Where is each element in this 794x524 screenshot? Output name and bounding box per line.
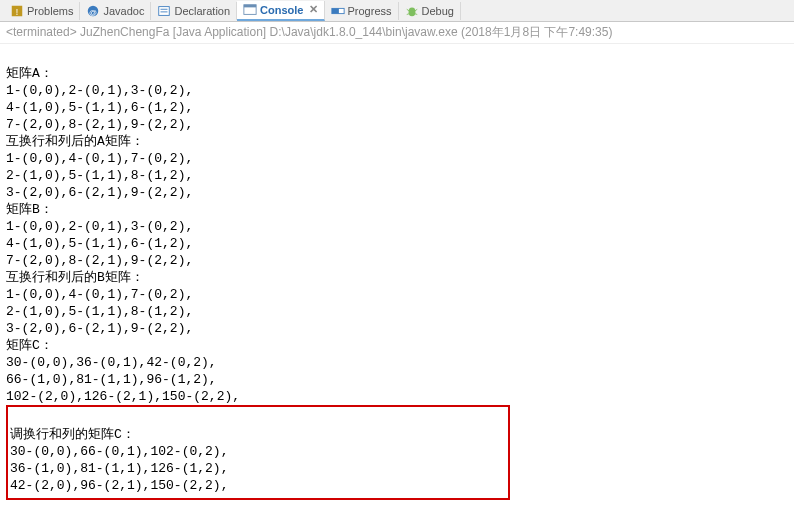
console-line: 30-(0,0),66-(0,1),102-(0,2),: [10, 444, 228, 459]
console-line: 42-(2,0),96-(2,1),150-(2,2),: [10, 478, 228, 493]
console-line: 7-(2,0),8-(2,1),9-(2,2),: [6, 253, 193, 268]
debug-icon: [405, 4, 419, 18]
svg-line-14: [406, 13, 409, 14]
tab-debug[interactable]: Debug: [399, 2, 461, 20]
console-line: 互换行和列后的B矩阵：: [6, 270, 144, 285]
console-icon: [243, 3, 257, 17]
highlight-box: 调换行和列的矩阵C： 30-(0,0),66-(0,1),102-(0,2), …: [6, 405, 510, 500]
console-output[interactable]: 矩阵A： 1-(0,0),2-(0,1),3-(0,2), 4-(1,0),5-…: [0, 44, 794, 504]
console-line: 矩阵B：: [6, 202, 53, 217]
tab-label: Declaration: [174, 5, 230, 17]
run-timestamp: (2018年1月8日 下午7:49:35): [461, 25, 612, 39]
javadoc-icon: @: [86, 4, 100, 18]
svg-text:@: @: [89, 7, 97, 16]
console-line: 7-(2,0),8-(2,1),9-(2,2),: [6, 117, 193, 132]
view-tab-bar: ! Problems @ Javadoc Declaration Console…: [0, 0, 794, 22]
console-line: 调换行和列的矩阵C：: [10, 427, 135, 442]
console-line: 矩阵C：: [6, 338, 53, 353]
console-line: 1-(0,0),2-(0,1),3-(0,2),: [6, 219, 193, 234]
console-line: 30-(0,0),36-(0,1),42-(0,2),: [6, 355, 217, 370]
tab-declaration[interactable]: Declaration: [151, 2, 237, 20]
console-line: 互换行和列后的A矩阵：: [6, 134, 144, 149]
tab-label: Console: [260, 4, 303, 16]
console-line: 36-(1,0),81-(1,1),126-(1,2),: [10, 461, 228, 476]
tab-label: Javadoc: [103, 5, 144, 17]
console-line: 4-(1,0),5-(1,1),6-(1,2),: [6, 100, 193, 115]
progress-icon: [331, 4, 345, 18]
tab-problems[interactable]: ! Problems: [4, 2, 80, 20]
tab-console[interactable]: Console ✕: [237, 1, 324, 21]
terminated-label: <terminated>: [6, 25, 77, 39]
svg-text:!: !: [16, 6, 18, 16]
tab-progress[interactable]: Progress: [325, 2, 399, 20]
console-line: 2-(1,0),5-(1,1),8-(1,2),: [6, 304, 193, 319]
svg-rect-8: [244, 4, 256, 7]
console-line: 66-(1,0),81-(1,1),96-(1,2),: [6, 372, 217, 387]
svg-rect-10: [331, 8, 338, 13]
console-line: 3-(2,0),6-(2,1),9-(2,2),: [6, 185, 193, 200]
tab-label: Progress: [348, 5, 392, 17]
declaration-icon: [157, 4, 171, 18]
tab-javadoc[interactable]: @ Javadoc: [80, 2, 151, 20]
console-line: 102-(2,0),126-(2,1),150-(2,2),: [6, 389, 240, 404]
exe-path: D:\Java\jdk1.8.0_144\bin\javaw.exe: [270, 25, 458, 39]
console-line: 2-(1,0),5-(1,1),8-(1,2),: [6, 168, 193, 183]
console-status-line: <terminated> JuZhenChengFa [Java Applica…: [0, 22, 794, 44]
svg-point-11: [408, 7, 415, 16]
tab-label: Debug: [422, 5, 454, 17]
run-name: JuZhenChengFa: [80, 25, 169, 39]
svg-line-15: [414, 13, 417, 14]
svg-rect-4: [159, 6, 170, 15]
close-icon[interactable]: ✕: [309, 3, 318, 16]
tab-label: Problems: [27, 5, 73, 17]
run-type: [Java Application]: [173, 25, 266, 39]
console-line: 1-(0,0),4-(0,1),7-(0,2),: [6, 287, 193, 302]
console-line: 3-(2,0),6-(2,1),9-(2,2),: [6, 321, 193, 336]
console-line: 矩阵A：: [6, 66, 53, 81]
console-line: 4-(1,0),5-(1,1),6-(1,2),: [6, 236, 193, 251]
console-line: 1-(0,0),2-(0,1),3-(0,2),: [6, 83, 193, 98]
console-line: 1-(0,0),4-(0,1),7-(0,2),: [6, 151, 193, 166]
problems-icon: !: [10, 4, 24, 18]
